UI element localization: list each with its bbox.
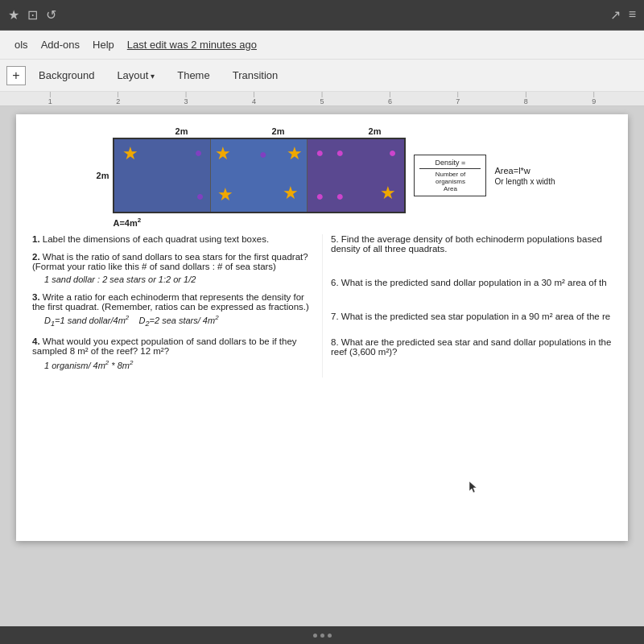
q2-answer: 1 sand dollar : 2 sea stars or 1:2 or 1/… (44, 275, 310, 284)
q3-answer: D1=1 sand dollar/4m2 D2=2 sea stars/ 4m2 (44, 315, 310, 328)
layout-button[interactable]: Layout (107, 65, 164, 85)
slide[interactable]: 2m 2m 2m 2m ★ (16, 114, 628, 541)
transition-button[interactable]: Transition (223, 65, 288, 85)
cursor (468, 480, 479, 497)
question-7: 7. What is the predicted sea star popula… (331, 312, 612, 321)
question-5: 5. Find the average density of both echi… (331, 234, 612, 254)
diagram-container: 2m 2m 2m 2m ★ (89, 126, 555, 228)
quadrat-box-3: ● ● ● ● ● ★ (308, 139, 404, 212)
ruler-mark-5: 5 (288, 92, 356, 105)
top-label-3: 2m (326, 126, 423, 136)
menu-bar: ols Add-ons Help Last edit was 2 minutes… (0, 31, 644, 60)
side-label: 2m (89, 171, 113, 180)
ruler-mark-2: 2 (84, 92, 151, 105)
density-text: Density = (419, 159, 481, 167)
q3-answer-2: D2=2 sea stars/ 4m2 (138, 316, 218, 325)
quadrat-box-2: ★ ★ ★ ● ★ (211, 139, 308, 212)
q3-text: 3. Write a ratio for each echinoderm tha… (32, 292, 309, 312)
menu-ols[interactable]: ols (8, 35, 35, 54)
q3-answer-1: D1=1 sand dollar/4m2 (44, 316, 129, 325)
ruler-mark-6: 6 (356, 92, 423, 105)
bookmark-icon[interactable]: ⊡ (27, 7, 38, 23)
question-1: 1. Label the dimensions of each quadrat … (32, 234, 310, 244)
ruler-mark-4: 4 (220, 92, 287, 105)
menu-addons[interactable]: Add-ons (35, 35, 86, 54)
q7-text: 7. What is the predicted sea star popula… (331, 312, 610, 321)
quadrat-row: 2m ★ ● ● (89, 138, 555, 213)
right-column: 5. Find the average density of both echi… (322, 234, 612, 378)
q6-text: 6. What is the predicted sand dollar pop… (331, 278, 607, 287)
density-formula-box: Density = Number of organismsArea (414, 155, 486, 196)
left-column: 1. Label the dimensions of each quadrat … (32, 234, 322, 378)
last-edit: Last edit was 2 minutes ago (121, 35, 263, 54)
menu-help[interactable]: Help (86, 35, 121, 54)
ruler-marks: 1 2 3 4 5 6 7 8 9 (0, 92, 644, 105)
dot-3 (328, 634, 332, 638)
question-2: 2. What is the ratio of sand dollars to … (32, 252, 310, 284)
ruler-mark-3: 3 (152, 92, 220, 105)
density-formula: Number of organismsArea (419, 168, 481, 192)
browser-icons: ★ ⊡ ↺ (8, 7, 56, 23)
top-label-1: 2m (133, 126, 229, 136)
questions-area: 1. Label the dimensions of each quadrat … (32, 234, 612, 378)
area-formula2: Or length x width (494, 177, 555, 186)
dot-2 (320, 634, 324, 638)
ruler: 1 2 3 4 5 6 7 8 9 (0, 92, 644, 106)
q5-text: 5. Find the average density of both echi… (331, 234, 602, 254)
add-slide-button[interactable]: + (6, 66, 26, 85)
q4-answer: 1 organism/ 4m2 * 8m2 (44, 359, 310, 370)
top-label-2: 2m (229, 126, 326, 136)
ruler-mark-9: 9 (560, 92, 628, 105)
expand-icon[interactable]: ↗ (610, 7, 621, 23)
browser-chrome: ★ ⊡ ↺ ↗ ≡ (0, 0, 644, 31)
nav-icons: ↗ ≡ (610, 7, 636, 23)
screen: ★ ⊡ ↺ ↗ ≡ ols Add-ons Help Last edit was… (0, 0, 644, 644)
question-3: 3. Write a ratio for each echinoderm tha… (32, 292, 310, 328)
theme-button[interactable]: Theme (167, 65, 219, 85)
toolbar: + Background Layout Theme Transition (0, 60, 644, 92)
question-6: 6. What is the predicted sand dollar pop… (331, 278, 612, 287)
q8-text: 8. What are the predicted sea star and s… (331, 337, 611, 357)
ruler-mark-1: 1 (16, 92, 84, 105)
star-icon[interactable]: ★ (8, 7, 19, 23)
menu-icon[interactable]: ≡ (629, 7, 636, 23)
background-button[interactable]: Background (29, 65, 104, 85)
area-label: A=4m2 (89, 217, 555, 228)
q2-text: 2. What is the ratio of sand dollars to … (32, 252, 308, 271)
dot-1 (313, 634, 317, 638)
q1-text: 1. Label the dimensions of each quadrat … (32, 234, 269, 244)
refresh-icon[interactable]: ↺ (46, 7, 56, 23)
question-8: 8. What are the predicted sea star and s… (331, 337, 612, 357)
question-4: 4. What would you expect population of s… (32, 336, 310, 370)
top-labels: 2m 2m 2m (89, 126, 555, 136)
area-formula: Area=l*w (494, 166, 555, 175)
quadrat-box-1: ★ ● ● (114, 139, 211, 212)
diagram-section: 2m 2m 2m 2m ★ (32, 126, 612, 228)
ruler-mark-7: 7 (424, 92, 492, 105)
area-formula-box: Area=l*w Or length x width (494, 166, 555, 186)
bottom-bar (0, 626, 644, 644)
ruler-mark-8: 8 (492, 92, 559, 105)
quadrat-boxes: ★ ● ● ★ ★ ★ ● ★ (113, 138, 406, 213)
q4-text: 4. What would you expect population of s… (32, 336, 297, 356)
content-area: 2m 2m 2m 2m ★ (0, 106, 644, 626)
